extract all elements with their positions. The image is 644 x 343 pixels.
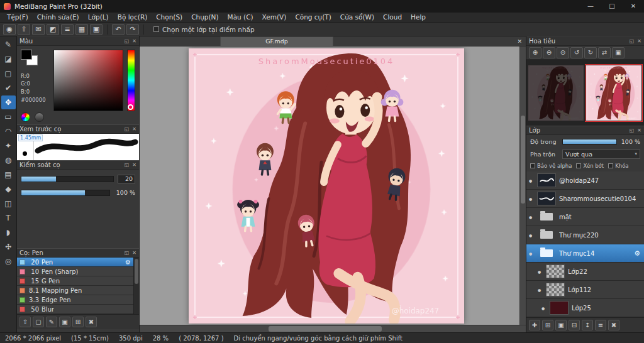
tool-move[interactable]: ✥ xyxy=(1,95,16,109)
maximize-button[interactable]: □ xyxy=(601,0,623,13)
visibility-dot[interactable]: ● xyxy=(541,306,547,310)
tool-eyedropper[interactable]: ◗ xyxy=(1,226,16,239)
tool-pen[interactable]: ✎ xyxy=(1,38,16,52)
brush-folder-icon[interactable]: ▣ xyxy=(59,317,70,327)
layer-row-thumuc220[interactable]: ● Thư mục220 xyxy=(526,226,644,244)
canvas-artwork[interactable]: SharomMousecutie0104 @hoidap247 xyxy=(189,48,464,324)
brush-row-pen-sharp[interactable]: 10 Pen (Sharp) xyxy=(17,267,133,276)
menu-item-select[interactable]: Chọn(S) xyxy=(152,13,187,22)
menu-item-capture[interactable]: Chụp(N) xyxy=(187,13,223,22)
paint-mode-icon[interactable]: ◉ xyxy=(3,24,16,35)
blend-mode-dropdown[interactable]: Vượt qua ▾ xyxy=(562,150,640,159)
visibility-dot[interactable]: ● xyxy=(529,197,534,201)
duplicate-layer-icon[interactable]: ▣ xyxy=(555,320,567,330)
visibility-dot[interactable]: ● xyxy=(529,233,534,237)
tool-magic-wand[interactable]: ✦ xyxy=(1,139,16,153)
add-folder-icon[interactable]: ⊞ xyxy=(542,320,553,330)
layer-settings-gear-icon[interactable]: ⚙ xyxy=(634,249,640,258)
popout-icon[interactable]: ◱ xyxy=(125,162,130,168)
rotate-right-icon[interactable]: ↻ xyxy=(584,47,597,58)
visibility-dot[interactable]: ● xyxy=(529,251,534,256)
lock-checkbox[interactable] xyxy=(608,163,613,168)
panel-close-icon[interactable]: ✕ xyxy=(132,126,136,132)
menu-item-tools[interactable]: Công cụ(T) xyxy=(291,13,335,22)
zoom-out-icon[interactable]: ⊖ xyxy=(543,47,555,58)
document-close-icon[interactable]: ✕ xyxy=(517,38,522,45)
menu-item-filter[interactable]: Bộ lọc(R) xyxy=(113,13,152,22)
canvas-horizontal-scrollbar[interactable] xyxy=(140,325,526,332)
opacity-slider[interactable] xyxy=(562,139,617,144)
tool-divide[interactable]: ◫ xyxy=(1,197,16,210)
popout-icon[interactable]: ◱ xyxy=(125,38,130,44)
edit-brush-icon[interactable]: ✎ xyxy=(46,317,57,327)
clipping-checkbox[interactable] xyxy=(576,163,581,168)
brush-list-scrollbar[interactable] xyxy=(133,258,139,314)
visibility-dot[interactable]: ● xyxy=(538,288,543,292)
delete-layer-icon[interactable]: ✖ xyxy=(608,320,619,330)
brush-size-slider[interactable] xyxy=(21,176,114,182)
popout-icon[interactable]: ◱ xyxy=(125,126,130,132)
color-swatches[interactable] xyxy=(21,50,40,67)
brush-opacity-slider[interactable] xyxy=(21,190,110,196)
layer-row-lop112[interactable]: ● Lớp112 xyxy=(526,281,644,299)
visibility-dot[interactable]: ● xyxy=(538,270,543,274)
duplicate-brush-icon[interactable]: ⊞ xyxy=(72,317,84,327)
panel-close-icon[interactable]: ✕ xyxy=(637,128,641,133)
tool-zoom[interactable]: ◎ xyxy=(1,254,16,268)
canvas-vertical-scrollbar[interactable] xyxy=(519,46,526,325)
menu-item-help[interactable]: Help xyxy=(406,13,430,22)
new-brush-icon[interactable]: ▢ xyxy=(33,317,44,327)
panel-close-icon[interactable]: ✕ xyxy=(132,250,136,256)
publish-icon[interactable]: ⇧ xyxy=(18,24,30,35)
panel-close-icon[interactable]: ✕ xyxy=(637,38,641,44)
tool-text[interactable]: T xyxy=(1,211,16,225)
layer-row-lop22[interactable]: ● Lớp22 xyxy=(526,263,644,281)
layer-row-mat[interactable]: ● mặt xyxy=(526,208,644,226)
minimize-button[interactable]: — xyxy=(580,0,601,13)
brush-row-edge-pen[interactable]: 3.3 Edge Pen xyxy=(17,295,133,305)
tool-bucket[interactable]: ◍ xyxy=(1,153,16,167)
layer-row-thumuc14[interactable]: ● Thư mục14 ⚙ xyxy=(526,244,644,263)
tool-hand[interactable]: ✣ xyxy=(1,240,16,254)
tool-select-pen[interactable]: ✔ xyxy=(1,81,16,95)
tool-lasso[interactable]: ◠ xyxy=(1,124,16,138)
window-layout-icon[interactable]: ▣ xyxy=(90,24,103,35)
color-sliders-icon[interactable] xyxy=(35,112,44,122)
layer-row-sharommousecutie[interactable]: ● Sharommousecutie0104 xyxy=(526,190,644,208)
add-layer-icon[interactable]: ✚ xyxy=(529,320,540,330)
popout-icon[interactable]: ◱ xyxy=(630,38,635,44)
expand-icon[interactable]: ⇧ xyxy=(19,317,31,327)
pick-layer-checkbox[interactable]: Chọn một lớp tại điểm nhấp xyxy=(153,26,255,33)
rotate-left-icon[interactable]: ↺ xyxy=(570,47,583,58)
menu-item-window[interactable]: Cửa sổ(W) xyxy=(336,13,379,22)
brush-settings-gear-icon[interactable]: ⚙ xyxy=(125,259,131,266)
tool-marquee[interactable]: ▭ xyxy=(1,110,16,124)
comment-icon[interactable]: ✉ xyxy=(32,24,45,35)
menu-item-color[interactable]: Màu (C) xyxy=(223,13,258,22)
popout-icon[interactable]: ◱ xyxy=(125,250,130,256)
material-icon[interactable]: ◩ xyxy=(47,24,59,35)
tool-eraser[interactable]: ◪ xyxy=(1,52,16,66)
menu-item-layer[interactable]: Lớp(L) xyxy=(84,13,113,22)
foreground-color-swatch[interactable] xyxy=(21,50,32,60)
brush-row-pen[interactable]: 20 Pen ⚙ xyxy=(17,258,133,267)
redo-button[interactable]: ↷ xyxy=(126,24,139,35)
protect-alpha-checkbox[interactable] xyxy=(530,163,535,168)
checkbox-box[interactable] xyxy=(153,26,159,32)
move-layer-icon[interactable]: ↕ xyxy=(582,320,593,330)
hue-bar[interactable] xyxy=(127,50,135,111)
zoom-reset-icon[interactable]: ⊙ xyxy=(557,47,569,58)
color-wheel-icon[interactable] xyxy=(21,112,30,122)
tool-gradient[interactable]: ▤ xyxy=(1,168,16,182)
popout-icon[interactable]: ◱ xyxy=(630,128,635,133)
visibility-dot[interactable]: ● xyxy=(529,178,534,183)
undo-button[interactable]: ↶ xyxy=(112,24,125,35)
visibility-dot[interactable]: ● xyxy=(529,215,534,219)
tool-finger[interactable]: ▢ xyxy=(1,67,16,80)
tool-shape[interactable]: ◆ xyxy=(1,182,16,196)
memo-icon[interactable]: ≡ xyxy=(61,24,74,35)
grid-icon[interactable]: ▦ xyxy=(75,24,88,35)
saturation-value-picker[interactable] xyxy=(53,50,123,111)
layer-row-hoidap247[interactable]: ● @hoidap247 xyxy=(526,172,644,190)
canvas-viewport[interactable]: SharomMousecutie0104 @hoidap247 xyxy=(140,46,526,325)
